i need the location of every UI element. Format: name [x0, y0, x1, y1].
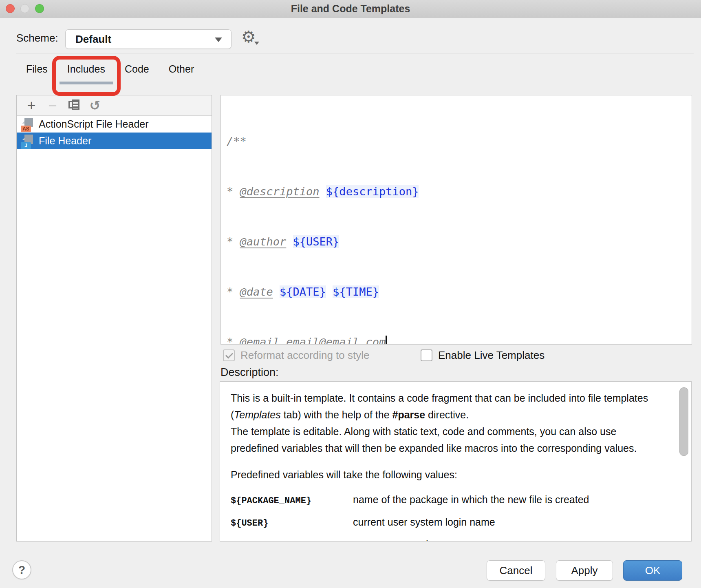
enable-live-templates-checkbox[interactable] [421, 349, 432, 361]
chevron-down-icon [215, 38, 222, 42]
variables-table: ${PACKAGE_NAME} name of the package in w… [231, 491, 659, 542]
revert-icon: ↺ [90, 98, 101, 113]
remove-template-button: − [44, 97, 62, 114]
templates-list-panel: + − ↺ AS ActionScript File Header J [16, 95, 212, 542]
description-panel: This is a built-in template. It contains… [220, 381, 692, 542]
description-label: Description: [220, 366, 279, 379]
reformat-label: Reformat according to style [240, 349, 369, 362]
gear-icon[interactable]: ⚙ [241, 27, 256, 46]
variable-row: ${USER} current user system login name [231, 514, 659, 536]
scheme-dropdown-value: Default [75, 33, 111, 46]
window-title: File and Code Templates [291, 3, 410, 15]
code-line: * @date ${DATE} ${TIME} [227, 283, 692, 300]
template-editor[interactable]: /** * @description ${description} * @aut… [220, 95, 692, 345]
variable-row: ${DATE} current system date [231, 536, 659, 542]
tab-other[interactable]: Other [159, 53, 204, 85]
close-window-button[interactable] [6, 4, 15, 13]
actionscript-file-icon: AS [21, 117, 35, 132]
description-paragraph-1: This is a built-in template. It contains… [231, 390, 659, 423]
list-toolbar: + − ↺ [17, 95, 212, 116]
list-item-actionscript-file-header[interactable]: AS ActionScript File Header [17, 116, 212, 133]
selected-tab-underline [60, 82, 113, 84]
minimize-window-button[interactable] [20, 4, 29, 13]
separator-below-tabs [8, 85, 694, 85]
add-template-button[interactable]: + [22, 97, 40, 114]
gear-caret-icon [254, 42, 259, 45]
copy-icon [68, 99, 79, 111]
description-paragraph-2: The template is editable. Along with sta… [231, 423, 659, 457]
file-header-icon: J [21, 133, 35, 149]
zoom-window-button[interactable] [35, 4, 44, 13]
code-line: * @description ${description} [227, 183, 692, 200]
scheme-label: Scheme: [16, 32, 58, 44]
reformat-option: Reformat according to style [223, 349, 369, 362]
apply-button[interactable]: Apply [556, 560, 613, 581]
live-templates-option[interactable]: Enable Live Templates [421, 349, 544, 362]
remove-icon: − [48, 98, 57, 113]
tab-code[interactable]: Code [115, 53, 159, 85]
code-line: * @email email@email.com [227, 334, 692, 345]
reformat-checkbox [223, 349, 235, 361]
tab-files[interactable]: Files [16, 53, 57, 85]
variable-row: ${PACKAGE_NAME} name of the package in w… [231, 491, 659, 514]
file-and-code-templates-dialog: File and Code Templates Scheme: Default … [0, 0, 701, 588]
question-mark-icon: ? [18, 564, 25, 577]
tab-includes[interactable]: Includes [57, 53, 115, 85]
description-paragraph-3: Predefined variables will take the follo… [231, 466, 659, 483]
text-cursor [386, 336, 387, 345]
tab-bar: Files Includes Code Other [16, 53, 204, 85]
help-button[interactable]: ? [12, 560, 31, 579]
enable-live-templates-label: Enable Live Templates [438, 349, 544, 362]
revert-template-button[interactable]: ↺ [86, 97, 104, 114]
description-scrollbar[interactable] [679, 387, 688, 456]
code-line: * @author ${USER} [227, 233, 692, 250]
ok-button[interactable]: OK [623, 560, 682, 581]
window-controls [6, 0, 44, 17]
scheme-dropdown[interactable]: Default [65, 29, 231, 49]
cancel-button[interactable]: Cancel [487, 560, 545, 581]
list-item-file-header[interactable]: J File Header [17, 133, 212, 149]
add-icon: + [27, 98, 35, 113]
titlebar: File and Code Templates [0, 0, 701, 18]
copy-template-button[interactable] [65, 97, 83, 114]
code-line: /** [227, 133, 692, 150]
